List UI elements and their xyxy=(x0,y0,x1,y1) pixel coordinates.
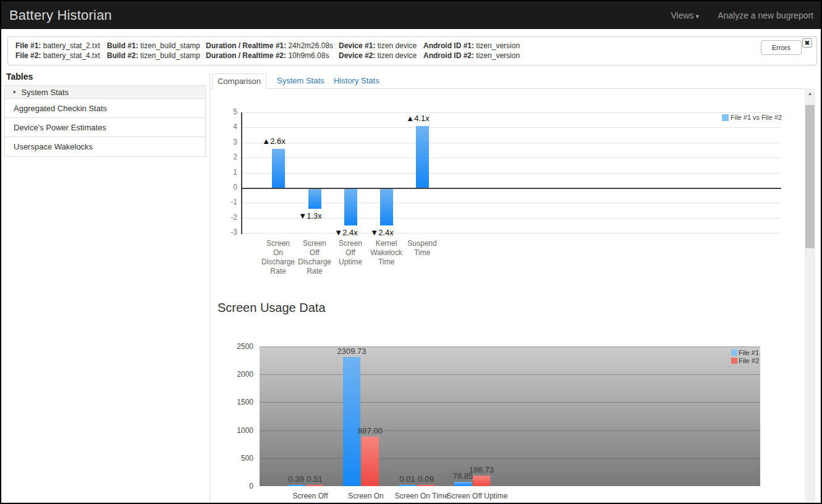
usage-bar[interactable] xyxy=(454,482,472,486)
legend-swatch xyxy=(731,358,737,364)
x-axis-label: SuspendTime xyxy=(397,239,447,258)
scrollbar[interactable]: ▲ xyxy=(805,88,815,504)
duration-info-column: Duration / Realtime #1: 24h2m26.08s Dura… xyxy=(206,41,333,61)
sidebar-item-userspace-wakelocks[interactable]: Userspace Wakelocks xyxy=(5,137,205,156)
gridline xyxy=(242,188,781,189)
scrollbar-up-icon[interactable]: ▲ xyxy=(805,88,815,99)
tables-heading: Tables xyxy=(6,72,33,82)
content-divider xyxy=(210,74,210,504)
usage-bar[interactable] xyxy=(417,485,434,486)
comparison-bar[interactable] xyxy=(416,126,429,188)
bar-value-label: 186.73 xyxy=(460,465,503,474)
bar-value-label: 887.00 xyxy=(349,426,392,435)
tab-comparison[interactable]: Comparison xyxy=(212,74,266,89)
chevron-down-icon: ▾ xyxy=(696,12,700,20)
bar-annotation: ▼1.3x xyxy=(287,211,333,220)
bar-value-label: 0.51 xyxy=(293,474,336,484)
device-info-column: Device #1: tizen device Device #2: tizen… xyxy=(339,41,417,61)
y-axis-tick: -3 xyxy=(219,228,237,237)
y-axis-tick: 5 xyxy=(219,107,237,116)
comparison-bar[interactable] xyxy=(380,189,393,225)
gridline xyxy=(260,402,760,403)
android-id-info-column: Android ID #1: tizen_version Android ID … xyxy=(423,41,520,61)
bar-value-label: 2309.73 xyxy=(330,346,373,356)
y-axis-tick: 1000 xyxy=(230,426,253,435)
gridline xyxy=(242,158,781,158)
file-info-column: File #1: battery_stat_2.txt File #2: bat… xyxy=(15,41,100,61)
top-navbar: Battery Historian Views▾ Analyze a new b… xyxy=(1,1,821,29)
gridline xyxy=(242,143,781,143)
gridline xyxy=(260,458,760,459)
tab-system-stats[interactable]: System Stats xyxy=(277,74,324,88)
y-axis-tick: -2 xyxy=(219,213,237,222)
bar-annotation: ▼2.4x xyxy=(359,228,405,237)
file-info-bar: File #1: battery_stat_2.txt File #2: bat… xyxy=(7,36,817,65)
gridline xyxy=(242,127,781,128)
bar-value-label: 0.09 xyxy=(404,474,447,484)
app-title: Battery Historian xyxy=(9,7,112,23)
battery-historian-window: Battery Historian Views▾ Analyze a new b… xyxy=(0,0,822,504)
usage-bar[interactable] xyxy=(399,485,416,486)
gridline xyxy=(242,173,781,174)
sidebar-item-devices-power-estimates[interactable]: Device's Power Estimates xyxy=(5,118,205,137)
y-axis-tick: 3 xyxy=(219,138,237,146)
comparison-bar[interactable] xyxy=(272,149,285,188)
build-info-column: Build #1: tizen_build_stamp Build #2: ti… xyxy=(107,41,200,61)
y-axis-line xyxy=(241,112,242,234)
y-axis-tick: 1 xyxy=(219,168,237,177)
y-axis-tick: 4 xyxy=(219,122,237,131)
bar-annotation: ▲2.6x xyxy=(251,136,297,146)
gridline xyxy=(260,374,760,375)
y-axis-tick: 1500 xyxy=(230,398,253,406)
y-axis-tick: 2000 xyxy=(230,370,253,379)
chart-plot-area xyxy=(260,346,760,486)
tabbar-border xyxy=(210,88,805,89)
tables-panel: ▾ System Stats Aggregated Checkin Stats … xyxy=(4,85,206,157)
tab-history-stats[interactable]: History Stats xyxy=(334,74,379,88)
gridline xyxy=(242,203,781,203)
usage-bar[interactable] xyxy=(306,485,323,486)
gridline xyxy=(260,430,760,431)
y-axis-tick: 500 xyxy=(230,454,253,463)
bar-annotation: ▲4.1x xyxy=(395,114,441,123)
close-icon[interactable]: ✖ xyxy=(802,38,812,48)
y-axis-tick: 0 xyxy=(230,482,253,490)
usage-bar[interactable] xyxy=(343,357,360,486)
gridline xyxy=(242,112,781,113)
analyze-new-bugreport-link[interactable]: Analyze a new bugreport xyxy=(718,10,813,20)
y-axis-tick: 2 xyxy=(219,153,237,161)
y-axis-tick: 0 xyxy=(219,183,237,191)
chart-legend: File #1File #2 xyxy=(731,348,759,364)
comparison-bar[interactable] xyxy=(344,189,357,225)
chart-legend: File #1 vs File #2 xyxy=(722,114,782,121)
scrollbar-thumb[interactable] xyxy=(805,105,815,248)
comparison-bar[interactable] xyxy=(308,189,321,209)
sidebar-group-system-stats[interactable]: ▾ System Stats xyxy=(5,86,205,99)
y-axis-tick: -1 xyxy=(219,198,237,206)
legend-swatch xyxy=(731,350,737,356)
errors-button[interactable]: Errors xyxy=(761,40,802,55)
usage-bar[interactable] xyxy=(473,476,490,486)
usage-bar[interactable] xyxy=(287,485,305,486)
usage-bar[interactable] xyxy=(362,437,379,486)
views-dropdown[interactable]: Views▾ xyxy=(671,10,700,20)
legend-swatch xyxy=(722,114,729,121)
y-axis-tick: 2500 xyxy=(230,342,253,351)
caret-down-icon: ▾ xyxy=(13,89,16,95)
x-axis-label: Screen Off Uptime(%) xyxy=(428,491,527,504)
screen-usage-heading: Screen Usage Data xyxy=(218,301,326,315)
sidebar-item-aggregated-checkin-stats[interactable]: Aggregated Checkin Stats xyxy=(5,99,205,118)
